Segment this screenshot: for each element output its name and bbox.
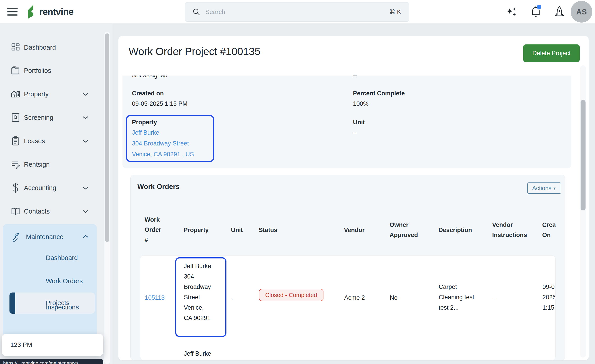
active-indicator-bar (9, 293, 15, 314)
created-line: 09-0 (542, 282, 556, 292)
column-header: Property (184, 225, 224, 235)
avatar-initials: AS (576, 7, 587, 16)
content-scrollbar-thumb[interactable] (581, 100, 586, 210)
status-badge: Closed - Completed (259, 289, 323, 301)
chevron-down-icon (82, 139, 89, 143)
unit-label: Unit (353, 119, 365, 126)
work-orders-table-header: Work Order # Property Unit Status Vendor… (140, 209, 556, 252)
row-vendor-instructions: -- (492, 293, 496, 303)
sidebar-item-property[interactable]: Property (0, 86, 104, 102)
property-label: Property (132, 119, 157, 126)
notification-badge-dot (537, 5, 541, 9)
chevron-down-icon (82, 116, 89, 119)
work-order-number-link[interactable]: 105113 (145, 293, 165, 303)
top-bar: rentvine Search ⌘ K (0, 0, 595, 24)
notifications-bell-icon[interactable] (529, 0, 543, 24)
percent-complete-value: 100% (353, 100, 368, 107)
document-search-icon (11, 113, 20, 122)
sidebar-scrollbar-thumb[interactable] (105, 33, 109, 242)
sidebar-item-rentsign[interactable]: Rentsign (0, 156, 104, 173)
clipped-value: Not assigned (132, 76, 168, 79)
row-property: Jeff Burke (184, 349, 214, 359)
sidebar-item-label: Rentsign (24, 161, 50, 168)
row-property: Jeff Burke 304 Broadway Street Venice, C… (184, 261, 214, 323)
sidebar: Dashboard Portfolios Property (0, 24, 112, 364)
row-vendor: Acme 2 (344, 293, 365, 303)
actions-button[interactable]: Actions▼ (527, 182, 561, 194)
column-header: Vendor (344, 225, 385, 235)
sidebar-item-leases[interactable]: Leases (0, 133, 104, 149)
rentvine-logo-text: rentvine (39, 7, 73, 17)
search-shortcut: ⌘ K (389, 8, 401, 15)
rentvine-logo[interactable]: rentvine (26, 3, 73, 20)
avatar[interactable]: AS (571, 1, 592, 22)
sidebar-item-label: Accounting (24, 184, 57, 192)
project-details-panel: Not assigned -- Created on 09-05-2025 1:… (122, 76, 571, 168)
signature-icon (11, 160, 20, 169)
sidebar-scrollbar-track[interactable] (104, 32, 110, 364)
wrench-icon (11, 232, 21, 242)
sidebar-item-accounting[interactable]: Accounting (0, 180, 104, 196)
column-header: Work Order # (145, 215, 166, 245)
work-orders-table-body: 105113 Jeff Burke 304 Broadway Street Ve… (140, 255, 556, 360)
created-line: 2025 (542, 292, 556, 302)
created-on-value: 09-05-2025 1:15 PM (132, 100, 187, 107)
property-city-link[interactable]: Venice, CA 90291 , US (132, 151, 194, 158)
rocket-icon[interactable] (552, 0, 566, 24)
actions-button-label: Actions (532, 185, 551, 191)
column-header: Owner Approved (390, 220, 419, 240)
sidebar-item-screening[interactable]: Screening (0, 109, 104, 126)
work-orders-card: Work Orders Actions▼ Work Order # Proper… (130, 175, 565, 360)
ai-sparkles-icon[interactable] (505, 0, 519, 24)
property-name-link[interactable]: Jeff Burke (132, 129, 159, 136)
page-title: Work Order Project #100135 (128, 45, 260, 57)
column-header: Status (259, 225, 335, 235)
row-status: Closed - Completed (259, 289, 323, 301)
hamburger-menu-icon[interactable] (7, 8, 19, 16)
sidebar-item-label: Property (24, 91, 49, 98)
row-owner-approved: No (390, 293, 398, 303)
column-header: Vendor Instructions (492, 220, 529, 240)
chevron-down-icon (82, 186, 89, 190)
sidebar-item-label: Portfolios (24, 67, 51, 74)
house-icon (11, 89, 20, 99)
sidebar-item-maintenance[interactable]: Maintenance (3, 228, 97, 246)
tooltip-text: 123 PM (10, 341, 32, 349)
tooltip-123pm: 123 PM (2, 334, 103, 356)
delete-project-button[interactable]: Delete Project (523, 44, 580, 62)
sidebar-group-maintenance: Maintenance Dashboard Work Orders Projec… (3, 224, 97, 337)
created-on-label: Created on (132, 90, 164, 97)
column-header: Unit (231, 225, 254, 235)
created-line: 1:15 (542, 302, 556, 313)
sidebar-subitem-inspections[interactable]: Inspections (46, 304, 79, 311)
book-icon (11, 207, 20, 216)
search-icon (193, 8, 200, 16)
property-street-link[interactable]: 304 Broadway Street (132, 140, 189, 147)
column-header: Description (439, 225, 486, 235)
chevron-up-icon (82, 235, 89, 238)
search-input[interactable]: Search ⌘ K (185, 2, 409, 22)
dollar-icon (11, 183, 20, 193)
sidebar-item-contacts[interactable]: Contacts (0, 203, 104, 219)
row-unit: , (231, 293, 233, 303)
status-url-text: https://...rentvine.com/maintenance/... (3, 360, 82, 364)
percent-complete-label: Percent Complete (353, 90, 405, 97)
sidebar-item-portfolios[interactable]: Portfolios (0, 63, 104, 79)
unit-value: -- (353, 129, 357, 136)
sidebar-subitem-work-orders[interactable]: Work Orders (46, 277, 83, 285)
sidebar-subitem-dashboard[interactable]: Dashboard (46, 254, 78, 262)
dashboard-icon (11, 43, 20, 52)
rentvine-logo-icon (26, 4, 37, 19)
caret-down-icon: ▼ (553, 187, 556, 190)
chevron-down-icon (82, 92, 89, 96)
folder-icon (11, 66, 20, 75)
sidebar-item-dashboard[interactable]: Dashboard (0, 39, 104, 56)
content-scrollbar-track[interactable] (580, 65, 586, 357)
row-created-on: 09-0 2025 1:15 (542, 282, 556, 313)
clipped-value: -- (353, 76, 357, 79)
column-header: Created On (542, 220, 556, 240)
main-content-card: Work Order Project #100135 Delete Projec… (118, 36, 589, 360)
sidebar-item-label: Screening (24, 114, 53, 121)
sidebar-item-label: Contacts (24, 208, 50, 215)
sidebar-item-label: Maintenance (26, 233, 63, 241)
